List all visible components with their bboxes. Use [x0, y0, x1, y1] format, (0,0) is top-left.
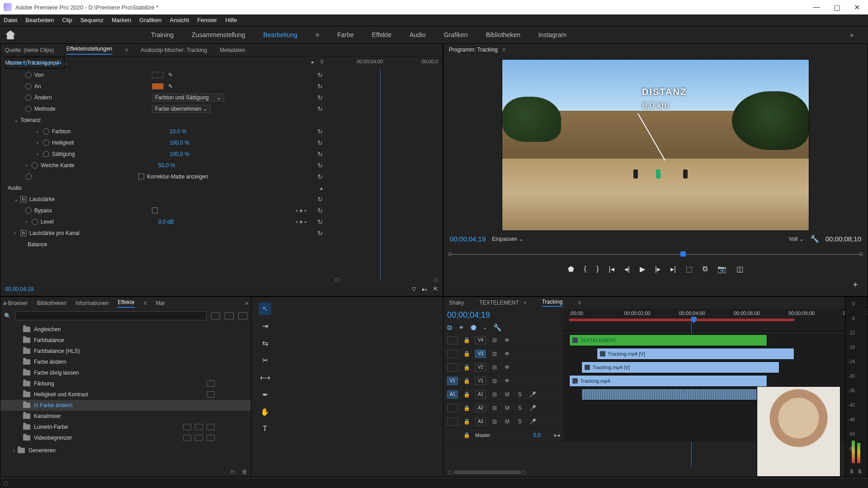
- scrub-end-handle[interactable]: [859, 252, 863, 256]
- checkbox-bypass[interactable]: [152, 207, 158, 213]
- mark-out-icon[interactable]: }: [596, 265, 599, 273]
- mark-in-icon[interactable]: {: [584, 265, 586, 273]
- fx-item[interactable]: Färbung: [0, 378, 251, 389]
- color-von[interactable]: [152, 72, 164, 78]
- close-button[interactable]: ✕: [854, 3, 860, 12]
- twist-satt-icon[interactable]: ›: [37, 151, 43, 157]
- fx-lspk-icon[interactable]: fx: [20, 230, 27, 236]
- tab-informationen[interactable]: Informationen: [75, 300, 108, 306]
- mute-icon[interactable]: M: [503, 391, 511, 398]
- twist-farbton-icon[interactable]: ›: [37, 128, 43, 135]
- reset-lspk-icon[interactable]: ↻: [317, 230, 323, 237]
- ws-audio[interactable]: Audio: [410, 31, 426, 38]
- twist-weiche-icon[interactable]: ›: [25, 162, 32, 169]
- timeline-clip[interactable]: Tracking.mp4 [V]: [581, 361, 779, 373]
- tl-zoom-left-handle[interactable]: [448, 470, 452, 474]
- ec-timecode[interactable]: 00;00;04;19: [5, 286, 33, 292]
- step-fwd-icon[interactable]: |▸: [655, 265, 660, 273]
- val-farbton[interactable]: 10,0 %: [170, 128, 186, 135]
- new-bin-icon[interactable]: 🗀: [230, 469, 236, 475]
- menu-marken[interactable]: Marken: [112, 17, 131, 23]
- eyedropper-an-icon[interactable]: ✎: [168, 83, 173, 89]
- fx-folder-generieren[interactable]: ›Generieren: [0, 445, 251, 456]
- kf-korr-icon[interactable]: [25, 174, 32, 180]
- ec-zoom-right-handle[interactable]: [434, 278, 438, 282]
- meter-solo-r[interactable]: S: [858, 469, 861, 474]
- kf-methode-icon[interactable]: [25, 106, 32, 112]
- kf-von-icon[interactable]: [25, 72, 32, 78]
- scrub-playhead[interactable]: [680, 251, 686, 257]
- fx-item[interactable]: Videobegrenzer: [0, 432, 251, 443]
- ws-instagram[interactable]: Instagram: [538, 31, 566, 38]
- tab-source[interactable]: Quelle: (keine Clips): [5, 47, 54, 53]
- button-editor-add-icon[interactable]: ＋: [851, 279, 859, 290]
- lock-icon[interactable]: 🔒: [462, 364, 471, 371]
- kf-weiche-icon[interactable]: [32, 162, 38, 169]
- sync-lock-icon[interactable]: ⊟: [491, 378, 499, 384]
- fx-bin2-icon[interactable]: [225, 312, 234, 319]
- tab-effekte[interactable]: Effekte: [118, 299, 134, 308]
- menu-datei[interactable]: Datei: [4, 17, 17, 23]
- tl-settings-icon[interactable]: ⬩: [483, 324, 487, 332]
- meter-solo-l[interactable]: S: [850, 469, 853, 474]
- sync-lock-icon[interactable]: ⊟: [491, 391, 499, 398]
- ec-zoom-left-handle[interactable]: [335, 278, 339, 282]
- kf-aendern-icon[interactable]: [25, 94, 32, 101]
- kf-hell-icon[interactable]: [43, 140, 49, 146]
- track-target[interactable]: V4: [475, 336, 486, 344]
- val-helligkeit[interactable]: 100,0 %: [170, 140, 189, 146]
- lock-icon[interactable]: 🔒: [462, 432, 471, 438]
- extract-icon[interactable]: ⧉: [703, 265, 708, 273]
- track-target[interactable]: A1: [475, 390, 486, 399]
- kf-farbton-icon[interactable]: [43, 128, 49, 135]
- razor-tool-icon[interactable]: ✂: [259, 354, 271, 366]
- val-saettigung[interactable]: 100,0 %: [170, 151, 189, 157]
- sync-lock-icon[interactable]: ⊟: [491, 364, 499, 371]
- reset-an-icon[interactable]: ↻: [317, 83, 323, 90]
- program-video[interactable]: DISTANZ 8,0 km: [502, 59, 809, 231]
- hand-tool-icon[interactable]: ✋: [259, 405, 271, 418]
- track-select-tool-icon[interactable]: ⇥: [259, 319, 271, 332]
- twist-level-icon[interactable]: ›: [25, 219, 32, 225]
- tl-snap-icon[interactable]: ⧉: [447, 324, 452, 332]
- kf-bypass-icon[interactable]: [25, 207, 32, 214]
- toggle-output-icon[interactable]: 👁: [503, 351, 511, 357]
- source-patch[interactable]: V1: [447, 377, 458, 385]
- solo-icon[interactable]: S: [516, 391, 524, 398]
- mute-icon[interactable]: M: [503, 405, 511, 411]
- lock-icon[interactable]: 🔒: [462, 391, 471, 398]
- type-tool-icon[interactable]: T: [259, 422, 271, 435]
- tab-metadata[interactable]: Metadaten: [220, 47, 245, 53]
- tl-link-icon[interactable]: ⚭: [458, 324, 464, 332]
- lock-icon[interactable]: 🔒: [462, 351, 471, 357]
- step-back-icon[interactable]: ◂|: [624, 265, 630, 273]
- tab-effect-settings[interactable]: Effekteinstellungen: [66, 46, 112, 55]
- program-timecode[interactable]: 00;00;04;19: [450, 235, 486, 243]
- twist-toleranz-icon[interactable]: ⌄: [14, 117, 20, 123]
- reset-weiche-icon[interactable]: ↻: [317, 162, 323, 169]
- fx-item[interactable]: Farbe übrig lassen: [0, 367, 251, 378]
- fx-item[interactable]: Angleichen: [0, 324, 251, 335]
- menu-sequenz[interactable]: Sequenz: [80, 17, 104, 23]
- voice-over-icon[interactable]: 🎤: [528, 418, 537, 425]
- tl-zoom-right-handle[interactable]: [522, 470, 526, 474]
- timeline-clip[interactable]: Tracking.mp4 [V]: [597, 348, 794, 360]
- fx-item[interactable]: Kanalmixer: [0, 411, 251, 422]
- wrench-icon[interactable]: 🔧: [810, 235, 819, 243]
- lock-icon[interactable]: 🔒: [462, 378, 471, 384]
- source-patch[interactable]: [447, 404, 458, 412]
- menu-bearbeiten[interactable]: Bearbeiten: [25, 17, 54, 23]
- program-quality-dropdown[interactable]: Voll ⌄: [789, 236, 804, 242]
- fx-bin3-icon[interactable]: [238, 312, 247, 319]
- ws-training[interactable]: Training: [151, 31, 174, 38]
- lock-icon[interactable]: 🔒: [462, 337, 471, 343]
- menu-grafiken[interactable]: Grafiken: [139, 17, 161, 23]
- track-target[interactable]: V3: [475, 350, 486, 358]
- sync-lock-icon[interactable]: ⊟: [491, 337, 499, 343]
- tab-effekte-menu-icon[interactable]: ≡: [144, 300, 147, 306]
- ec-play-icon[interactable]: ▸: [311, 59, 314, 65]
- twist-lspk-icon[interactable]: ›: [14, 230, 20, 236]
- reset-aendern-icon[interactable]: ↻: [317, 94, 323, 101]
- ripple-tool-icon[interactable]: ⇆: [259, 337, 271, 349]
- ws-menu-icon[interactable]: ≡: [316, 31, 319, 38]
